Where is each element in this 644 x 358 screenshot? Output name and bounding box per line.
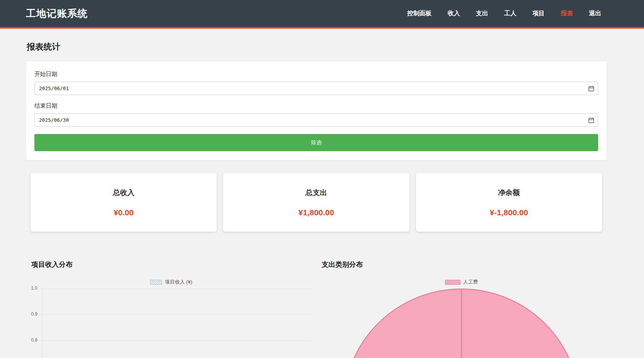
date-filter-card: 开始日期 结束日期 筛选 — [26, 61, 607, 160]
nav-item-expense[interactable]: 支出 — [476, 10, 488, 18]
summary-cards-row: 总收入 ¥0.00 总支出 ¥1,800.00 净余额 ¥-1,800.00 — [26, 173, 607, 232]
y-tick-0.8: 0.8 — [26, 337, 37, 343]
end-date-wrap — [34, 113, 598, 127]
nav-item-workers[interactable]: 工人 — [504, 10, 516, 18]
gridline — [40, 340, 311, 341]
total-income-card: 总收入 ¥0.00 — [31, 173, 217, 232]
income-bar-plot: 1.0 0.9 0.8 — [26, 285, 316, 358]
y-axis-line — [42, 289, 42, 358]
main-content: 报表统计 开始日期 结束日期 筛选 总收入 — [26, 41, 607, 358]
end-date-input[interactable] — [34, 113, 598, 127]
start-date-label: 开始日期 — [34, 71, 598, 78]
expense-chart-legend: 人工费 — [316, 279, 607, 285]
nav-item-income[interactable]: 收入 — [448, 10, 460, 18]
gridline — [40, 314, 311, 315]
nav-links: 控制面板 收入 支出 工人 项目 报表 退出 — [407, 10, 601, 18]
calendar-icon[interactable] — [588, 117, 594, 123]
expense-legend-swatch[interactable] — [445, 280, 460, 285]
page-title: 报表统计 — [27, 41, 607, 53]
total-income-title: 总收入 — [31, 188, 217, 198]
total-expense-title: 总支出 — [223, 188, 409, 198]
charts-row: 项目收入分布 项目收入 (¥) 1.0 0.9 0.8 支出类别分布 人工费 — [26, 251, 607, 358]
start-date-wrap — [34, 82, 598, 95]
start-date-input[interactable] — [34, 82, 598, 95]
nav-item-projects[interactable]: 项目 — [532, 10, 545, 18]
app-brand[interactable]: 工地记账系统 — [26, 7, 88, 20]
nav-item-reports[interactable]: 报表 — [561, 10, 573, 18]
net-balance-card: 净余额 ¥-1,800.00 — [416, 173, 602, 232]
y-tick-1.0: 1.0 — [26, 285, 37, 291]
total-expense-card: 总支出 ¥1,800.00 — [223, 173, 409, 232]
income-bar-chart-section: 项目收入分布 项目收入 (¥) 1.0 0.9 0.8 — [26, 251, 316, 358]
top-navbar: 工地记账系统 控制面板 收入 支出 工人 项目 报表 退出 — [0, 0, 644, 29]
expense-legend-label[interactable]: 人工费 — [463, 279, 478, 285]
pie-slice-border — [461, 289, 462, 358]
nav-item-logout[interactable]: 退出 — [589, 10, 601, 18]
filter-submit-button[interactable]: 筛选 — [34, 134, 598, 151]
expense-chart-title: 支出类别分布 — [322, 260, 607, 269]
income-legend-swatch[interactable] — [150, 280, 162, 285]
gridline — [40, 289, 311, 289]
income-chart-legend: 项目收入 (¥) — [26, 279, 316, 285]
expense-pie-chart-section: 支出类别分布 人工费 — [316, 251, 607, 358]
total-income-value: ¥0.00 — [31, 208, 217, 217]
total-expense-value: ¥1,800.00 — [223, 208, 409, 217]
net-balance-title: 净余额 — [416, 188, 602, 198]
y-tick-0.9: 0.9 — [26, 311, 37, 317]
end-date-label: 结束日期 — [34, 102, 598, 110]
expense-pie-plot — [316, 289, 607, 358]
income-chart-title: 项目收入分布 — [31, 260, 316, 269]
calendar-icon[interactable] — [588, 85, 594, 92]
pie-slice-labor-cost[interactable] — [343, 289, 580, 358]
nav-item-dashboard[interactable]: 控制面板 — [407, 10, 432, 18]
net-balance-value: ¥-1,800.00 — [416, 208, 602, 217]
